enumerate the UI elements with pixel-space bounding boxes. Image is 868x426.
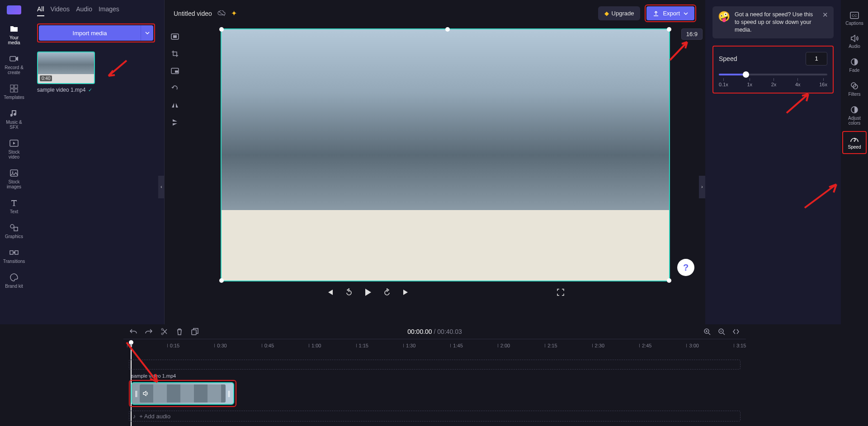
redo-button[interactable] xyxy=(144,327,153,336)
nav-audio[interactable]: Audio xyxy=(842,31,867,52)
clip-handle-right[interactable]: ‖ xyxy=(227,390,231,397)
media-thumbnail[interactable]: 0:40 xyxy=(37,51,95,84)
crop-tool[interactable] xyxy=(169,47,181,60)
import-dropdown[interactable] xyxy=(141,25,153,41)
music-note-icon: ♪ xyxy=(133,413,136,420)
nav-label: Text xyxy=(10,209,18,214)
preview-canvas[interactable] xyxy=(221,28,670,281)
volume-icon[interactable] xyxy=(143,391,149,396)
nav-adjust-colors[interactable]: Adjust colors xyxy=(842,102,867,129)
rotate-tool[interactable] xyxy=(169,82,181,94)
preview-tools xyxy=(165,27,185,324)
nav-fade[interactable]: Fade xyxy=(842,54,867,76)
empty-track[interactable] xyxy=(129,360,741,370)
duplicate-button[interactable] xyxy=(190,327,199,336)
speed-input[interactable] xyxy=(806,52,827,66)
fade-icon xyxy=(850,58,859,66)
nav-label: Your media xyxy=(3,35,25,45)
text-icon xyxy=(9,198,19,207)
nav-label: Adjust colors xyxy=(844,116,865,126)
speed-slider[interactable]: 0.1x 1x 2x 4x 16x xyxy=(719,72,827,87)
nav-label: Brand kit xyxy=(5,284,23,289)
svg-rect-4 xyxy=(14,89,18,92)
nav-stock-video[interactable]: Stock video xyxy=(1,135,27,163)
aspect-ratio-selector[interactable]: 16:9 xyxy=(681,28,703,40)
fill-tool[interactable] xyxy=(169,30,181,43)
total-duration: 00:40.03 xyxy=(437,328,462,335)
nav-label: Speed xyxy=(848,145,861,150)
tip-text: Got a need for speed? Use this to speed … xyxy=(735,11,818,34)
timeline-ruler[interactable]: 0 0:15 0:30 0:45 1:00 1:15 1:30 1:45 2:0… xyxy=(123,339,746,355)
tick-label: 0.1x xyxy=(719,82,728,87)
upgrade-button[interactable]: ◆ Upgrade xyxy=(598,6,641,20)
nav-filters[interactable]: Filters xyxy=(842,78,867,100)
header: Untitled video ✦ ◆ Upgrade Export xyxy=(165,0,705,27)
nav-label: Record & create xyxy=(3,65,25,75)
nav-captions[interactable]: CC Captions xyxy=(842,8,867,29)
forward-button[interactable] xyxy=(381,286,393,299)
import-media-button[interactable]: Import media xyxy=(39,25,141,41)
flip-v-tool[interactable] xyxy=(169,116,181,129)
nav-brand-kit[interactable]: Brand kit xyxy=(1,269,27,292)
zoom-fit-button[interactable] xyxy=(731,327,741,336)
slider-ticks: 0.1x 1x 2x 4x 16x xyxy=(719,78,827,87)
zoom-out-button[interactable] xyxy=(717,327,726,336)
nav-speed[interactable]: Speed xyxy=(842,131,867,154)
zoom-in-button[interactable] xyxy=(703,327,712,336)
skip-fwd-button[interactable] xyxy=(400,286,412,299)
tab-audio[interactable]: Audio xyxy=(76,5,92,16)
resize-handle[interactable] xyxy=(445,27,450,32)
help-button[interactable]: ? xyxy=(677,259,694,276)
svg-rect-3 xyxy=(10,89,14,92)
add-audio-track[interactable]: ♪ + Add audio xyxy=(129,411,741,421)
flip-h-tool[interactable] xyxy=(169,99,181,112)
collapse-right-button[interactable]: › xyxy=(699,176,705,198)
pip-tool[interactable] xyxy=(169,65,181,77)
svg-rect-13 xyxy=(173,35,177,38)
tip-box: 🤪 Got a need for speed? Use this to spee… xyxy=(712,6,834,38)
speed-label: Speed xyxy=(719,55,737,62)
speedometer-icon xyxy=(850,136,859,143)
skip-back-button[interactable] xyxy=(324,286,336,299)
nav-your-media[interactable]: Your media xyxy=(1,21,27,49)
slider-thumb[interactable] xyxy=(743,71,749,78)
nav-transitions[interactable]: Transitions xyxy=(1,244,27,267)
check-icon: ✓ xyxy=(88,87,92,93)
media-panel: All Videos Audio Images Import media 0:4… xyxy=(28,0,165,324)
timeline-panel: 00:00.00 / 00:40.03 0 0:15 0:30 0:45 1:0… xyxy=(0,324,868,426)
nav-graphics[interactable]: Graphics xyxy=(1,220,27,243)
play-button[interactable] xyxy=(362,286,374,299)
ruler-mark: 0:45 xyxy=(264,343,274,348)
tab-all[interactable]: All xyxy=(37,5,44,16)
tab-images[interactable]: Images xyxy=(99,5,119,16)
media-item[interactable]: 0:40 sample video 1.mp4 ✓ xyxy=(37,51,95,93)
resize-handle[interactable] xyxy=(219,27,224,32)
nav-music[interactable]: Music & SFX xyxy=(1,105,27,133)
fullscreen-button[interactable] xyxy=(554,286,567,299)
export-button[interactable]: Export xyxy=(646,6,694,20)
close-icon[interactable]: ✕ xyxy=(822,11,828,19)
nav-record[interactable]: Record & create xyxy=(1,51,27,79)
playback-controls xyxy=(324,286,567,299)
resize-handle[interactable] xyxy=(667,278,671,283)
split-button[interactable] xyxy=(160,327,169,336)
ruler-mark: 1:30 xyxy=(406,343,415,348)
collapse-left-button[interactable]: ‹ xyxy=(158,176,165,198)
delete-button[interactable] xyxy=(175,327,184,336)
clip-handle-left[interactable]: ‖ xyxy=(135,390,138,397)
undo-button[interactable] xyxy=(129,327,138,336)
svg-point-22 xyxy=(854,140,855,142)
app-logo[interactable] xyxy=(7,5,21,14)
resize-handle[interactable] xyxy=(667,27,671,32)
nav-templates[interactable]: Templates xyxy=(1,80,27,103)
video-clip[interactable]: ‖ ‖ xyxy=(131,382,234,405)
project-title[interactable]: Untitled video xyxy=(174,10,212,17)
svg-point-7 xyxy=(12,172,14,173)
nav-stock-images[interactable]: Stock images xyxy=(1,165,27,193)
nav-text[interactable]: Text xyxy=(1,195,27,218)
rewind-button[interactable] xyxy=(343,286,355,299)
image-icon xyxy=(9,169,19,178)
cloud-sync-icon xyxy=(217,10,226,17)
resize-handle[interactable] xyxy=(219,278,224,283)
tab-videos[interactable]: Videos xyxy=(51,5,70,16)
